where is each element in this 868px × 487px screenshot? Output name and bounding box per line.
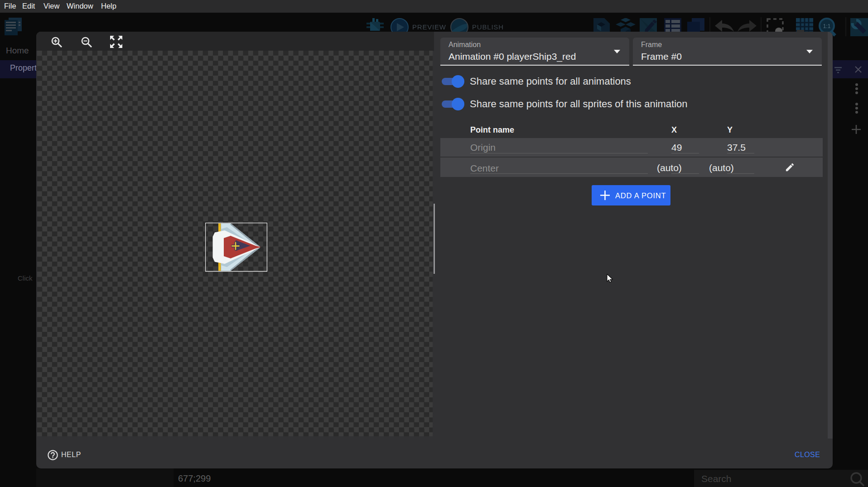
svg-text:1:1: 1:1 [823,23,831,29]
